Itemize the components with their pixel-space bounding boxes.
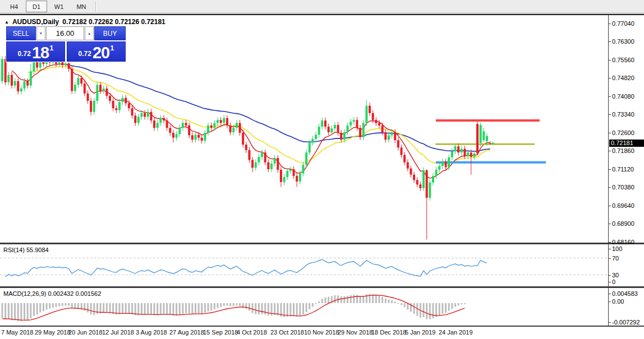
candle-body bbox=[144, 113, 146, 117]
candle-body bbox=[14, 81, 16, 86]
macd-histogram-bar bbox=[360, 296, 361, 303]
macd-histogram-bar bbox=[245, 303, 247, 309]
macd-histogram-bar bbox=[318, 301, 320, 303]
buy-button[interactable]: BUY bbox=[94, 26, 126, 40]
candle-body bbox=[318, 127, 320, 134]
collapse-trade-panel-icon[interactable]: ▲ bbox=[4, 20, 9, 25]
macd-histogram-bar bbox=[277, 303, 279, 315]
macd-histogram-bar bbox=[416, 303, 418, 316]
axis-tick bbox=[609, 249, 611, 249]
candle-body bbox=[58, 62, 61, 64]
candle-body bbox=[84, 83, 86, 94]
ohlc-values: 0.72182 0.72262 0.72126 0.72181 bbox=[62, 18, 165, 26]
macd-histogram-bar bbox=[39, 303, 41, 313]
candle-body bbox=[99, 85, 102, 91]
moving-average-line[interactable] bbox=[12, 64, 490, 178]
candle-body bbox=[432, 176, 434, 183]
candle-body bbox=[293, 169, 295, 176]
volume-input[interactable]: 16.00 bbox=[46, 26, 85, 40]
timeframe-button-mn[interactable]: MN bbox=[71, 1, 92, 12]
macd-histogram-bar bbox=[154, 303, 155, 315]
macd-scale-label: -0.007292 bbox=[612, 319, 640, 326]
macd-histogram-bar bbox=[343, 296, 345, 303]
candle-body bbox=[422, 170, 425, 188]
timeframe-button-w1[interactable]: W1 bbox=[48, 1, 70, 12]
candle-body bbox=[166, 120, 168, 128]
macd-histogram-bar bbox=[321, 299, 323, 303]
price-axis-label: 0.69640 bbox=[612, 202, 634, 209]
candle-body bbox=[347, 126, 349, 132]
candle-body bbox=[7, 75, 10, 82]
axis-tick bbox=[609, 224, 611, 224]
candle-body bbox=[378, 123, 380, 125]
candle-body bbox=[140, 113, 142, 117]
ask-price-display[interactable]: 0.72 20 1 bbox=[67, 41, 126, 62]
candle-body bbox=[463, 149, 466, 156]
moving-average-line[interactable] bbox=[27, 66, 490, 164]
macd-histogram-bar bbox=[93, 303, 95, 315]
macd-histogram-bar bbox=[208, 303, 209, 312]
axis-tick bbox=[609, 78, 611, 78]
date-axis-label: 7 May 2018 bbox=[1, 329, 33, 336]
candle-body bbox=[296, 176, 298, 182]
macd-histogram-bar bbox=[141, 303, 142, 315]
volume-increase-button[interactable]: ▲ bbox=[85, 26, 94, 40]
macd-histogram-bar bbox=[87, 303, 89, 313]
candle-body bbox=[451, 151, 453, 157]
macd-histogram-bar bbox=[179, 303, 181, 315]
candle-body bbox=[305, 152, 307, 165]
ask-pipette: 1 bbox=[110, 44, 114, 52]
date-axis-label: 27 Aug 2018 bbox=[169, 329, 204, 336]
candle-body bbox=[24, 81, 26, 89]
axis-tick bbox=[609, 41, 611, 42]
macd-histogram-bar bbox=[315, 303, 317, 304]
candle-body bbox=[36, 62, 38, 68]
current-price-tag: 0.72181 bbox=[609, 140, 644, 147]
macd-histogram-bar bbox=[233, 303, 234, 306]
candle-body bbox=[90, 101, 92, 112]
candle-body bbox=[438, 166, 440, 170]
macd-histogram-bar bbox=[350, 295, 352, 303]
bid-price-display[interactable]: 0.72 18 1 bbox=[6, 41, 65, 62]
candle-body bbox=[413, 175, 415, 180]
candle-body bbox=[30, 71, 32, 85]
macd-histogram-bar bbox=[52, 303, 54, 308]
candle-body bbox=[232, 128, 234, 132]
date-axis-label: 5 Jan 2019 bbox=[405, 329, 435, 336]
candle-body bbox=[274, 158, 276, 164]
macd-histogram-bar bbox=[375, 295, 377, 303]
candle-body bbox=[283, 177, 286, 182]
macd-histogram-bar bbox=[404, 303, 406, 307]
timeframe-button-d1[interactable]: D1 bbox=[26, 1, 47, 12]
axis-tick bbox=[609, 187, 611, 188]
candle-body bbox=[403, 155, 406, 162]
volume-decrease-button[interactable]: ▼ bbox=[36, 26, 45, 40]
candle-body bbox=[17, 81, 19, 91]
price-axis-border bbox=[608, 15, 609, 327]
candle-body bbox=[217, 120, 219, 123]
candle-body bbox=[122, 98, 124, 102]
candle-body bbox=[407, 162, 409, 169]
candle-body bbox=[448, 157, 450, 168]
candle-body bbox=[476, 124, 479, 154]
macd-histogram-bar bbox=[258, 303, 260, 314]
macd-histogram-bar bbox=[24, 303, 25, 321]
bid-big-digits: 18 bbox=[32, 45, 49, 60]
axis-tick bbox=[609, 206, 611, 206]
axis-tick bbox=[609, 282, 611, 282]
macd-histogram-bar bbox=[353, 295, 355, 303]
macd-histogram-bar bbox=[401, 303, 402, 305]
macd-histogram-bar bbox=[407, 303, 408, 309]
macd-histogram-bar bbox=[71, 303, 73, 308]
macd-histogram-bar bbox=[106, 303, 108, 313]
macd-histogram-bar bbox=[413, 303, 415, 314]
macd-histogram-bar bbox=[100, 303, 102, 313]
macd-histogram-bar bbox=[144, 303, 146, 315]
timeframe-button-h4[interactable]: H4 bbox=[3, 1, 25, 12]
candle-body bbox=[257, 157, 260, 162]
sell-button[interactable]: SELL bbox=[6, 26, 36, 40]
candle-body bbox=[86, 94, 89, 101]
candle-body bbox=[486, 136, 488, 141]
price-axis-label: 0.71120 bbox=[612, 166, 634, 173]
macd-histogram-bar bbox=[166, 303, 168, 314]
